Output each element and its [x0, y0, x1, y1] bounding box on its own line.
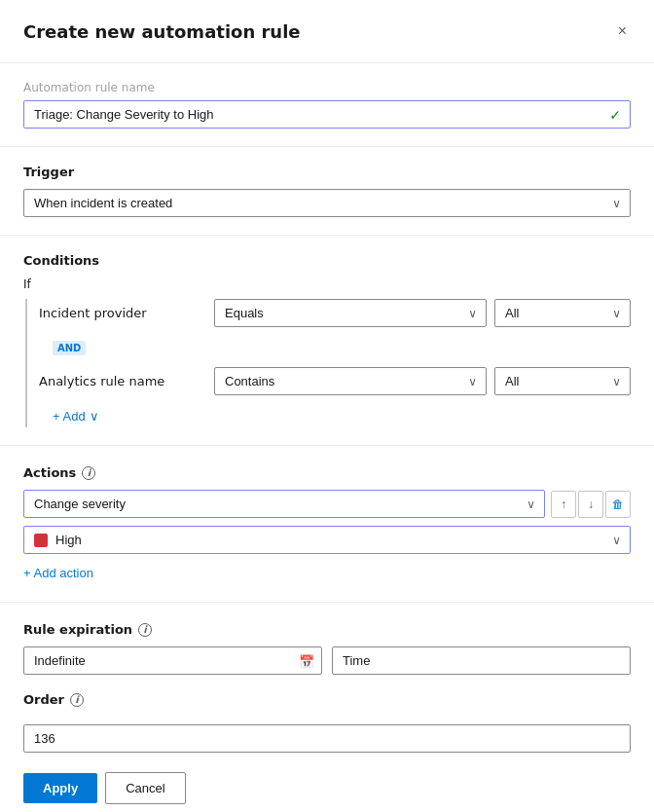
action-dropdown-row: Change severity ∨ ↑ ↓ 🗑	[23, 490, 631, 518]
order-section: Order i	[23, 692, 631, 753]
actions-info-icon: i	[82, 466, 95, 480]
expiration-info-icon: i	[138, 623, 152, 637]
rule-name-input-wrapper: ✓	[23, 100, 631, 129]
add-condition-label: + Add	[53, 409, 86, 424]
actions-section: Actions i Change severity ∨ ↑ ↓ 🗑 High	[23, 465, 631, 584]
condition-1-value-btn[interactable]: All	[494, 299, 631, 327]
severity-color-indicator	[34, 534, 48, 547]
actions-heading: Actions	[23, 465, 76, 480]
trigger-dropdown-button[interactable]: When incident is created	[23, 189, 631, 217]
trigger-heading: Trigger	[23, 165, 631, 179]
action-type-dropdown[interactable]: Change severity ∨	[23, 490, 545, 518]
condition-2-value-dropdown[interactable]: All ∨	[494, 367, 631, 395]
condition-1-name: Incident provider	[39, 306, 204, 320]
action-type-btn[interactable]: Change severity	[23, 490, 545, 518]
condition-1-operator-dropdown[interactable]: Equals ∨	[214, 299, 487, 327]
severity-row: High ∨	[23, 526, 631, 554]
severity-value-label: High	[55, 533, 82, 547]
add-action-label: + Add action	[23, 566, 93, 580]
action-controls: ↑ ↓ 🗑	[551, 491, 631, 518]
action-move-down-button[interactable]: ↓	[578, 491, 603, 518]
condition-1-dropdowns: Equals ∨ All ∨	[214, 299, 631, 327]
order-heading-row: Order i	[23, 692, 631, 707]
conditions-box: Incident provider Equals ∨ All ∨ AND Ana…	[25, 299, 631, 427]
condition-1-value-dropdown[interactable]: All ∨	[494, 299, 631, 327]
add-action-button[interactable]: + Add action	[23, 562, 93, 584]
close-button[interactable]: ×	[614, 19, 631, 43]
actions-heading-row: Actions i	[23, 465, 631, 480]
expiration-time-input[interactable]	[332, 646, 631, 675]
condition-2-operator-dropdown[interactable]: Contains ∨	[214, 367, 487, 395]
action-move-up-button[interactable]: ↑	[551, 491, 576, 518]
condition-2-dropdowns: Contains ∨ All ∨	[214, 367, 631, 395]
rule-expiration-section: Rule expiration i 📅	[23, 622, 631, 675]
condition-2-value-btn[interactable]: All	[494, 367, 631, 395]
check-icon: ✓	[609, 107, 621, 123]
expiration-time-wrapper	[332, 646, 631, 675]
if-label: If	[23, 277, 631, 291]
footer: Apply Cancel	[23, 753, 631, 804]
condition-row-2: Analytics rule name Contains ∨ All ∨	[39, 367, 631, 395]
condition-2-name: Analytics rule name	[39, 374, 204, 388]
dialog-header: Create new automation rule ×	[23, 19, 631, 43]
expiration-row: 📅	[23, 646, 631, 675]
rule-name-input[interactable]	[23, 100, 631, 129]
expiration-date-input[interactable]	[23, 646, 322, 675]
trigger-dropdown[interactable]: When incident is created ∨	[23, 189, 631, 217]
condition-1-operator-btn[interactable]: Equals	[214, 299, 487, 327]
apply-button[interactable]: Apply	[23, 773, 97, 803]
severity-btn[interactable]: High	[23, 526, 631, 554]
rule-name-section: Automation rule name ✓	[23, 81, 631, 129]
cancel-button[interactable]: Cancel	[105, 772, 185, 804]
order-heading: Order	[23, 692, 64, 707]
trigger-section: Trigger When incident is created ∨	[23, 165, 631, 217]
action-delete-button[interactable]: 🗑	[605, 491, 631, 518]
add-condition-button[interactable]: + Add ∨	[53, 405, 99, 427]
create-automation-rule-dialog: Create new automation rule × Automation …	[0, 0, 654, 812]
conditions-section: Conditions If Incident provider Equals ∨…	[23, 253, 631, 427]
condition-2-operator-btn[interactable]: Contains	[214, 367, 487, 395]
expiration-date-wrapper: 📅	[23, 646, 322, 675]
conditions-heading: Conditions	[23, 253, 631, 268]
order-info-icon: i	[70, 693, 84, 707]
dialog-title: Create new automation rule	[23, 21, 301, 42]
expiration-heading: Rule expiration	[23, 622, 132, 637]
rule-name-label: Automation rule name	[23, 81, 631, 94]
severity-dropdown[interactable]: High ∨	[23, 526, 631, 554]
condition-row-1: Incident provider Equals ∨ All ∨	[39, 299, 631, 327]
add-condition-chevron-icon: ∨	[90, 409, 99, 424]
expiration-heading-row: Rule expiration i	[23, 622, 631, 637]
and-badge: AND	[53, 341, 86, 355]
order-input[interactable]	[23, 724, 631, 753]
